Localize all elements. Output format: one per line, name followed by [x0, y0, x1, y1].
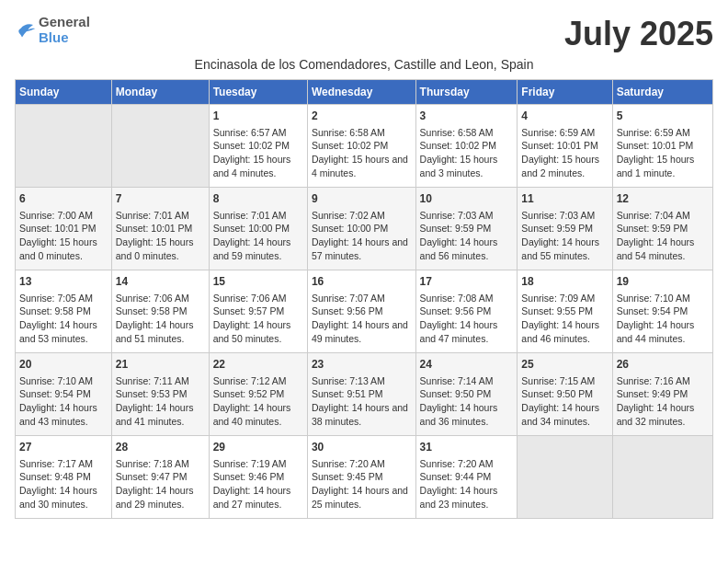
cell-content: Sunset: 9:52 PM [213, 387, 303, 401]
calendar-week-row: 1Sunrise: 6:57 AMSunset: 10:02 PMDayligh… [16, 105, 713, 188]
month-title: July 2025 [564, 15, 713, 53]
calendar-cell [16, 105, 112, 188]
cell-content: Daylight: 14 hours and 29 minutes. [116, 484, 205, 511]
cell-content: Sunrise: 7:05 AM [19, 292, 108, 305]
column-header-sunday: Sunday [16, 80, 112, 105]
cell-content: Daylight: 14 hours and 40 minutes. [213, 401, 303, 428]
cell-content: Daylight: 14 hours and 53 minutes. [19, 318, 108, 345]
column-header-tuesday: Tuesday [209, 80, 307, 105]
day-number: 28 [116, 440, 205, 455]
calendar-cell: 18Sunrise: 7:09 AMSunset: 9:55 PMDayligh… [518, 270, 612, 353]
cell-content: Daylight: 14 hours and 34 minutes. [521, 401, 608, 428]
day-number: 24 [420, 357, 514, 373]
calendar-week-row: 27Sunrise: 7:17 AMSunset: 9:48 PMDayligh… [16, 436, 713, 519]
day-number: 19 [617, 274, 709, 290]
cell-content: Sunrise: 6:57 AM [213, 126, 303, 140]
day-number: 7 [116, 191, 205, 207]
cell-content: Sunset: 9:58 PM [116, 304, 205, 318]
day-number: 21 [116, 357, 205, 373]
calendar-cell: 8Sunrise: 7:01 AMSunset: 10:00 PMDayligh… [209, 188, 307, 270]
cell-content: Sunrise: 7:16 AM [617, 374, 709, 388]
day-number: 27 [19, 440, 108, 455]
cell-content: Sunset: 9:50 PM [420, 387, 514, 401]
cell-content: Sunset: 9:56 PM [420, 304, 514, 318]
calendar-cell: 29Sunrise: 7:19 AMSunset: 9:46 PMDayligh… [209, 436, 307, 519]
cell-content: Daylight: 14 hours and 56 minutes. [420, 236, 514, 262]
day-number: 12 [617, 191, 709, 207]
day-number: 15 [213, 274, 303, 290]
calendar-cell: 24Sunrise: 7:14 AMSunset: 9:50 PMDayligh… [415, 353, 518, 436]
day-number: 4 [521, 109, 608, 124]
cell-content: Sunrise: 7:00 AM [19, 209, 108, 223]
cell-content: Sunset: 9:46 PM [213, 470, 303, 484]
day-number: 25 [521, 357, 608, 373]
cell-content: Sunset: 9:48 PM [19, 470, 108, 484]
cell-content: Sunset: 9:58 PM [19, 304, 108, 318]
cell-content: Sunrise: 6:58 AM [312, 126, 412, 140]
cell-content: Sunset: 10:00 PM [213, 222, 303, 236]
calendar-cell: 31Sunrise: 7:20 AMSunset: 9:44 PMDayligh… [415, 436, 518, 519]
calendar-cell: 9Sunrise: 7:02 AMSunset: 10:00 PMDayligh… [307, 188, 415, 270]
calendar-cell: 27Sunrise: 7:17 AMSunset: 9:48 PMDayligh… [16, 436, 112, 519]
cell-content: Sunrise: 7:01 AM [213, 209, 303, 223]
calendar-header-row: SundayMondayTuesdayWednesdayThursdayFrid… [16, 80, 713, 105]
day-number: 13 [19, 274, 108, 290]
logo-general: General [39, 15, 90, 30]
cell-content: Daylight: 14 hours and 47 minutes. [420, 318, 514, 345]
cell-content: Sunset: 9:59 PM [521, 222, 608, 236]
cell-content: Sunrise: 7:15 AM [521, 374, 608, 388]
cell-content: Daylight: 14 hours and 51 minutes. [116, 318, 205, 345]
calendar-cell [612, 436, 712, 519]
calendar-cell: 2Sunrise: 6:58 AMSunset: 10:02 PMDayligh… [307, 105, 415, 188]
day-number: 30 [312, 440, 412, 455]
subtitle: Encinasola de los Comendadores, Castille… [15, 57, 713, 72]
day-number: 23 [312, 357, 412, 373]
column-header-friday: Friday [518, 80, 612, 105]
cell-content: Daylight: 15 hours and 4 minutes. [312, 153, 412, 179]
calendar-table: SundayMondayTuesdayWednesdayThursdayFrid… [15, 79, 713, 519]
cell-content: Daylight: 14 hours and 55 minutes. [521, 236, 608, 262]
calendar-cell: 7Sunrise: 7:01 AMSunset: 10:01 PMDayligh… [111, 188, 209, 270]
cell-content: Daylight: 14 hours and 41 minutes. [116, 401, 205, 428]
calendar-cell: 3Sunrise: 6:58 AMSunset: 10:02 PMDayligh… [415, 105, 518, 188]
cell-content: Daylight: 14 hours and 49 minutes. [312, 318, 412, 345]
cell-content: Daylight: 15 hours and 2 minutes. [521, 153, 608, 179]
cell-content: Sunrise: 7:10 AM [617, 292, 709, 305]
cell-content: Daylight: 14 hours and 46 minutes. [521, 318, 608, 345]
calendar-week-row: 6Sunrise: 7:00 AMSunset: 10:01 PMDayligh… [16, 188, 713, 270]
calendar-body: 1Sunrise: 6:57 AMSunset: 10:02 PMDayligh… [16, 105, 713, 519]
calendar-cell: 19Sunrise: 7:10 AMSunset: 9:54 PMDayligh… [612, 270, 712, 353]
cell-content: Sunrise: 7:06 AM [213, 292, 303, 305]
cell-content: Daylight: 14 hours and 54 minutes. [617, 236, 709, 262]
cell-content: Sunrise: 7:02 AM [312, 209, 412, 223]
cell-content: Daylight: 14 hours and 27 minutes. [213, 484, 303, 511]
cell-content: Sunrise: 7:07 AM [312, 292, 412, 305]
cell-content: Sunrise: 7:10 AM [19, 374, 108, 388]
cell-content: Sunrise: 7:08 AM [420, 292, 514, 305]
day-number: 11 [521, 191, 608, 207]
calendar-cell: 10Sunrise: 7:03 AMSunset: 9:59 PMDayligh… [415, 188, 518, 270]
cell-content: Daylight: 14 hours and 30 minutes. [19, 484, 108, 511]
column-header-saturday: Saturday [612, 80, 712, 105]
calendar-cell: 4Sunrise: 6:59 AMSunset: 10:01 PMDayligh… [518, 105, 612, 188]
cell-content: Sunset: 9:56 PM [312, 304, 412, 318]
day-number: 22 [213, 357, 303, 373]
cell-content: Sunrise: 7:14 AM [420, 374, 514, 388]
day-number: 17 [420, 274, 514, 290]
cell-content: Sunrise: 7:20 AM [312, 457, 412, 471]
cell-content: Daylight: 15 hours and 0 minutes. [116, 236, 205, 262]
cell-content: Sunrise: 7:12 AM [213, 374, 303, 388]
logo: General Blue [15, 15, 90, 45]
column-header-wednesday: Wednesday [307, 80, 415, 105]
cell-content: Daylight: 14 hours and 43 minutes. [19, 401, 108, 428]
day-number: 5 [617, 109, 709, 124]
cell-content: Sunset: 9:57 PM [213, 304, 303, 318]
calendar-cell: 25Sunrise: 7:15 AMSunset: 9:50 PMDayligh… [518, 353, 612, 436]
cell-content: Sunset: 10:02 PM [213, 139, 303, 153]
cell-content: Sunrise: 6:58 AM [420, 126, 514, 140]
calendar-cell: 16Sunrise: 7:07 AMSunset: 9:56 PMDayligh… [307, 270, 415, 353]
cell-content: Sunset: 9:59 PM [617, 222, 709, 236]
calendar-cell [518, 436, 612, 519]
cell-content: Sunset: 10:01 PM [19, 222, 108, 236]
day-number: 29 [213, 440, 303, 455]
